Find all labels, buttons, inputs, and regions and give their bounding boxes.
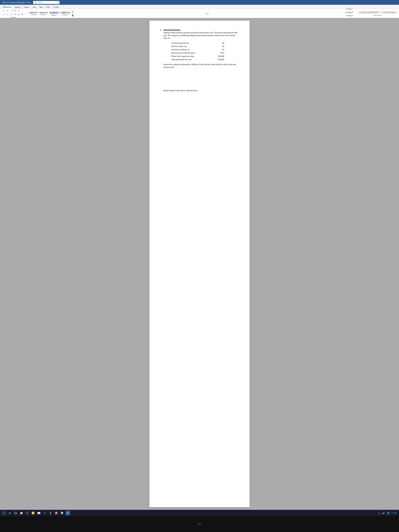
- indent-decrease-btn[interactable]: ←≡: [10, 9, 13, 13]
- cost-row-2: Unit-level labor cost $3: [171, 45, 224, 48]
- title-search-input[interactable]: [38, 1, 58, 3]
- tab-help[interactable]: Help: [38, 5, 44, 9]
- taskbar-mail-icon[interactable]: ✉️: [36, 511, 41, 515]
- taskbar-store-icon[interactable]: ⬛: [25, 511, 30, 515]
- select-btn[interactable]: ↗ Select ▾: [344, 14, 354, 17]
- pdf-icon: A: [359, 12, 361, 13]
- cost-row-3: Unit-level overhead cost $2: [171, 48, 224, 51]
- taskbar-time: AM...: [394, 512, 397, 514]
- select-dropdown-icon[interactable]: ▾: [352, 15, 353, 17]
- tray-network-icon[interactable]: 🌐: [386, 511, 390, 515]
- styles-gallery: AaBbCcDd ¶ Normal AaBbCcDd ¶ No Spac... …: [27, 10, 341, 17]
- tray-caret-icon[interactable]: △: [378, 511, 381, 515]
- tab-view[interactable]: View: [31, 5, 38, 9]
- replace-btn[interactable]: ⇄ Replace: [344, 11, 354, 14]
- cost-label-1: Unit-level material cost: [171, 42, 214, 44]
- editing-group: 🔍 Find ▾ ⇄ Replace ↗ Select ▾ Editing: [343, 10, 355, 17]
- taskbar-chrome-icon[interactable]: 🟡: [31, 511, 35, 515]
- tab-mailings[interactable]: Mailings: [13, 5, 22, 9]
- tray-notification-icon[interactable]: ⤴: [391, 511, 393, 515]
- laptop-brand-logo: hp: [198, 522, 201, 526]
- line-spacing-btn[interactable]: ↕≡: [13, 13, 17, 16]
- taskbar-widget-btn[interactable]: ⊞: [7, 511, 12, 515]
- laptop-bottom-bezel: hp: [0, 516, 399, 532]
- styles-scroll: ▲ ▼ ⬛: [72, 10, 74, 17]
- style-nospacing-preview: AaBbCcDd: [39, 12, 48, 14]
- style-h2-preview: AaBbCcE: [60, 11, 70, 14]
- taskbar-defender-icon[interactable]: 🛡️: [60, 511, 64, 515]
- styles-expand[interactable]: ⬛: [72, 15, 74, 17]
- taskbar-word-icon[interactable]: W: [65, 511, 70, 515]
- align-right-btn[interactable]: ≡: [10, 13, 13, 16]
- tray-sound-icon[interactable]: 🔊: [381, 511, 385, 515]
- request-signatures-btn[interactable]: ✍ Request Signatures: [381, 11, 397, 14]
- question-number-label: 2.: [160, 29, 161, 92]
- style-normal-preview: AaBbCcDd: [29, 12, 38, 14]
- taskbar-media-icon[interactable]: 🎵: [42, 511, 47, 515]
- window-title: 2000 Ch 13 exam study guide - Word: [2, 1, 31, 3]
- tab-references[interactable]: References: [1, 5, 13, 9]
- cost-row-5: Product-level supervisor salary $20,000: [171, 55, 224, 58]
- tab-acrobat[interactable]: Acrobat: [51, 5, 60, 9]
- shading-btn[interactable]: ▲: [17, 13, 20, 16]
- border-btn[interactable]: ⊞: [21, 13, 24, 16]
- list-indent-btn[interactable]: ≡↑: [2, 9, 6, 13]
- cost-table: Unit-level material cost $8 Unit-level l…: [171, 42, 224, 61]
- followup-question: Assume the company has demand for 500 be…: [164, 63, 239, 69]
- style-heading2[interactable]: AaBbCcE Heading 2: [60, 10, 70, 17]
- document-area: 2. Outsourcing Decision Animals United c…: [0, 18, 399, 510]
- adobe-acrobat-label: Adobe Acrobat: [358, 15, 397, 16]
- pilcrow-btn[interactable]: ¶: [17, 9, 20, 13]
- search-icon: 🔍: [34, 1, 37, 4]
- list-btn[interactable]: ≡: [6, 9, 9, 13]
- cost-value-6: $16,000: [214, 58, 224, 61]
- tab-rcm[interactable]: RCM: [44, 5, 51, 9]
- answer-space-1: [164, 74, 239, 87]
- sep3: [356, 10, 356, 17]
- windows-search-btn[interactable]: ○: [2, 511, 6, 515]
- style-h1-label: Heading 1: [51, 14, 57, 16]
- cost-value-2: $3: [214, 45, 224, 48]
- question-content: Outsourcing Decision Animals United curr…: [164, 29, 239, 92]
- align-center-btn[interactable]: ≡: [6, 13, 9, 16]
- style-heading1[interactable]: AaBbC( Heading 1: [49, 10, 59, 17]
- replace-icon: ⇄: [345, 12, 347, 13]
- title-bar: 2000 Ch 13 exam study guide - Word 🔍: [0, 0, 399, 5]
- style-normal[interactable]: AaBbCcDd ¶ Normal: [29, 10, 38, 17]
- ribbon-toolbar: ≡↑ ≡ ←≡ ↕A ¶ ≡ ≡ ≡ ↕≡ ▲ ⊞ Paragraph AaBb…: [0, 9, 399, 18]
- cost-value-3: $2: [214, 48, 224, 51]
- find-btn[interactable]: 🔍 Find ▾: [344, 8, 354, 11]
- cost-value-5: $20,000: [214, 55, 224, 58]
- question-body: Animals United currently outsources pet …: [164, 31, 239, 40]
- word-page[interactable]: 2. Outsourcing Decision Animals United c…: [149, 21, 250, 507]
- font-group: ≡↑ ≡ ←≡ ↕A ¶ ≡ ≡ ≡ ↕≡ ▲ ⊞ Paragraph: [1, 10, 25, 17]
- question-title: Outsourcing Decision: [164, 29, 180, 31]
- style-h2-label: Heading 2: [62, 14, 68, 16]
- taskbar-explorer-icon[interactable]: 📁: [19, 511, 24, 515]
- font-row-2: ≡ ≡ ≡ ↕≡ ▲ ⊞: [2, 13, 24, 16]
- tab-review[interactable]: Review: [22, 5, 31, 9]
- styles-scroll-down[interactable]: ▼: [72, 13, 74, 14]
- taskbar-tray: △ 🔊 🌐 ⤴ AM...: [378, 511, 397, 515]
- sort-btn[interactable]: ↕A: [13, 9, 17, 13]
- style-nospacing-label: ¶ No Spac...: [40, 14, 47, 15]
- cost-label-5: Product-level supervisor salary: [171, 55, 214, 58]
- taskbar-snip-icon[interactable]: ✂️: [48, 511, 53, 515]
- find-dropdown-icon[interactable]: ▾: [352, 8, 352, 10]
- question-section: 2. Outsourcing Decision Animals United c…: [160, 29, 239, 92]
- styles-scroll-up[interactable]: ▲: [72, 10, 74, 12]
- cost-label-6: Allocated facility level cost: [171, 58, 214, 61]
- style-h1-preview: AaBbC(: [49, 11, 59, 14]
- create-share-pdf-btn[interactable]: A Create and Share Adobe PDF: [358, 11, 380, 14]
- taskbar-app1-icon[interactable]: 🎯: [54, 511, 59, 515]
- taskbar-edge-icon[interactable]: 🌐: [13, 511, 18, 515]
- cost-label-2: Unit-level labor cost: [171, 45, 214, 48]
- select-icon: ↗: [345, 15, 347, 17]
- title-search-box[interactable]: 🔍: [33, 1, 59, 4]
- align-left-btn[interactable]: ≡: [2, 13, 6, 16]
- cost-value-4: $150: [214, 52, 224, 54]
- font-row-1: ≡↑ ≡ ←≡ ↕A ¶: [2, 9, 20, 13]
- styles-group-label: Styles: [74, 13, 340, 14]
- style-no-spacing[interactable]: AaBbCcDd ¶ No Spac...: [39, 10, 48, 17]
- cost-value-1: $8: [214, 42, 224, 44]
